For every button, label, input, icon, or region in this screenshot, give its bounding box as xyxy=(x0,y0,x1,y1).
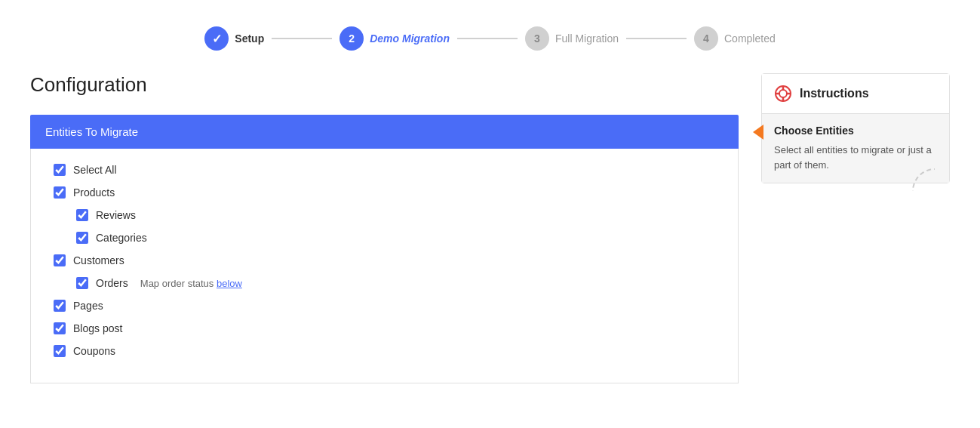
checkbox-label-reviews: Reviews xyxy=(96,209,136,221)
entities-section: Entities To Migrate Select All Products xyxy=(30,115,739,383)
svg-point-1 xyxy=(779,90,787,97)
step-connector-1 xyxy=(272,38,332,39)
stepper: ✓ Setup 2 Demo Migration 3 Full Migratio… xyxy=(30,15,950,73)
checkbox-row-categories: Categories xyxy=(76,232,715,244)
checkbox-pages[interactable] xyxy=(54,300,66,312)
checkbox-select-all[interactable] xyxy=(54,164,66,176)
checkbox-label-blogs-post: Blogs post xyxy=(73,322,122,334)
checkbox-row-select-all: Select All xyxy=(54,164,715,176)
checkbox-row-pages: Pages xyxy=(54,300,715,312)
checkbox-categories[interactable] xyxy=(76,232,88,244)
checkbox-products[interactable] xyxy=(54,186,66,199)
step-connector-3 xyxy=(626,38,687,39)
checkbox-row-coupons: Coupons xyxy=(54,345,715,357)
step-demo-migration: 2 Demo Migration xyxy=(339,26,450,51)
left-panel: Configuration Entities To Migrate Select… xyxy=(30,73,739,383)
page-wrapper: ✓ Setup 2 Demo Migration 3 Full Migratio… xyxy=(0,0,980,428)
instructions-header: Instructions xyxy=(762,74,949,114)
lifesaver-icon xyxy=(774,85,792,103)
entities-body: Select All Products Reviews xyxy=(30,149,739,383)
page-title: Configuration xyxy=(30,73,739,97)
checkbox-label-pages: Pages xyxy=(73,300,103,312)
step-setup: ✓ Setup xyxy=(204,26,264,51)
step-number-full: 3 xyxy=(534,32,540,45)
instruction-item-text: Select all entities to migrate or just a… xyxy=(774,143,937,172)
checkbox-row-customers: Customers xyxy=(54,254,715,266)
order-note: Map order status below xyxy=(140,278,242,289)
order-link[interactable]: below xyxy=(217,278,242,289)
step-label-demo: Demo Migration xyxy=(370,32,450,45)
checkbox-label-coupons: Coupons xyxy=(73,345,115,357)
step-connector-2 xyxy=(457,38,518,39)
right-panel: Instructions Choose Entities Select all … xyxy=(761,73,950,183)
step-full-migration: 3 Full Migration xyxy=(525,26,619,51)
checkbox-label-categories: Categories xyxy=(96,232,147,244)
checkbox-label-orders: Orders xyxy=(96,277,128,289)
checkbox-blogs-post[interactable] xyxy=(54,322,66,334)
step-label-setup: Setup xyxy=(235,32,264,45)
checkbox-reviews[interactable] xyxy=(76,209,88,221)
checkbox-row-reviews: Reviews xyxy=(76,209,715,221)
checkbox-orders[interactable] xyxy=(76,277,88,289)
instructions-card: Instructions Choose Entities Select all … xyxy=(761,73,950,183)
instructions-title: Instructions xyxy=(800,87,869,100)
step-circle-full: 3 xyxy=(525,26,549,51)
checkbox-label-select-all: Select All xyxy=(73,164,117,176)
step-number-completed: 4 xyxy=(703,32,709,45)
main-content: Configuration Entities To Migrate Select… xyxy=(30,73,950,383)
entities-header: Entities To Migrate xyxy=(30,115,739,149)
arrow-indicator-icon xyxy=(753,125,763,140)
instruction-item-heading: Choose Entities xyxy=(774,125,937,137)
checkbox-coupons[interactable] xyxy=(54,345,66,357)
step-circle-demo: 2 xyxy=(339,26,364,51)
step-completed: 4 Completed xyxy=(694,26,776,51)
checkbox-row-blogs-post: Blogs post xyxy=(54,322,715,334)
step-number-demo: 2 xyxy=(349,32,355,45)
checkmark-icon: ✓ xyxy=(212,32,222,46)
step-label-full: Full Migration xyxy=(555,32,619,45)
checkbox-label-products: Products xyxy=(73,186,115,199)
step-label-completed: Completed xyxy=(724,32,776,45)
checkbox-row-orders: Orders Map order status below xyxy=(76,277,715,289)
order-note-text: Map order status xyxy=(140,278,217,289)
step-circle-completed: 4 xyxy=(694,26,718,51)
checkbox-customers[interactable] xyxy=(54,254,66,266)
step-circle-setup: ✓ xyxy=(204,26,229,51)
checkbox-row-products: Products xyxy=(54,186,715,199)
checkbox-label-customers: Customers xyxy=(73,254,124,266)
